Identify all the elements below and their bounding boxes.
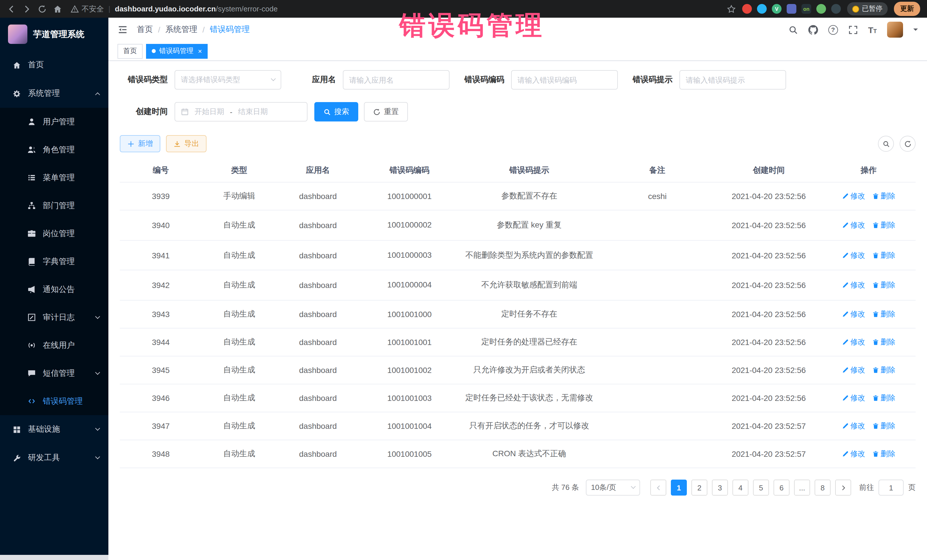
sidebar-item-post[interactable]: 岗位管理	[0, 220, 108, 247]
page-button-2[interactable]: 2	[691, 480, 707, 496]
page-button-5[interactable]: 5	[753, 480, 769, 496]
error-type-select[interactable]: 请选择错误码类型	[175, 70, 281, 90]
edit-link[interactable]: 修改	[842, 449, 865, 459]
fullscreen-icon[interactable]	[848, 25, 858, 35]
cell-code: 1001000004	[359, 270, 460, 300]
code-value: 1001000003	[386, 249, 433, 261]
extension-green-icon[interactable]	[816, 4, 826, 14]
bookmark-star-icon[interactable]	[727, 4, 736, 14]
sidebar-item-dict[interactable]: 字典管理	[0, 247, 108, 275]
chevron-down-icon	[631, 484, 636, 489]
avatar-caret-icon[interactable]	[913, 29, 918, 33]
delete-link[interactable]: 删除	[872, 365, 895, 375]
sidebar-item-audit[interactable]: 审计日志	[0, 304, 108, 331]
extension-on-icon[interactable]: on	[801, 4, 811, 14]
extension-vue-icon[interactable]: V	[772, 4, 781, 14]
error-hint-input[interactable]	[679, 70, 786, 90]
paused-badge[interactable]: 已暂停	[847, 2, 887, 15]
add-button[interactable]: 新增	[120, 135, 160, 152]
cell-type: 自动生成	[202, 356, 277, 384]
url-bar[interactable]: 不安全 | dashboard.yudao.iocoder.cn/system/…	[71, 4, 278, 14]
extension-paw-icon[interactable]	[831, 4, 841, 14]
end-date-placeholder[interactable]: 结束日期	[238, 107, 268, 117]
sidebar-item-menu[interactable]: 菜单管理	[0, 164, 108, 191]
user-avatar[interactable]	[887, 22, 903, 38]
sidebar-logo[interactable]: 芋道管理系统	[0, 18, 108, 51]
page-button-6[interactable]: 6	[774, 480, 790, 496]
sidebar-item-dept[interactable]: 部门管理	[0, 191, 108, 220]
sidebar-item-infra[interactable]: 基础设施	[0, 415, 108, 444]
delete-link[interactable]: 删除	[872, 337, 895, 347]
page-button-4[interactable]: 4	[732, 480, 748, 496]
page-button-1[interactable]: 1	[671, 480, 687, 496]
help-icon[interactable]: ?	[828, 25, 838, 35]
tab-close-icon[interactable]: ×	[198, 48, 202, 55]
edit-link[interactable]: 修改	[842, 337, 865, 347]
hamburger-icon[interactable]	[117, 24, 128, 35]
sidebar-item-user[interactable]: 用户管理	[0, 108, 108, 136]
search-icon[interactable]	[788, 25, 798, 35]
reset-button[interactable]: 重置	[364, 102, 408, 121]
delete-link[interactable]: 删除	[872, 309, 895, 319]
sidebar-item-online[interactable]: 在线用户	[0, 331, 108, 359]
update-button[interactable]: 更新	[894, 2, 920, 16]
edit-link[interactable]: 修改	[842, 280, 865, 290]
delete-link[interactable]: 删除	[872, 393, 895, 403]
cell-hint: 只有开启状态的任务，才可以修改	[459, 412, 599, 440]
extension-blue-icon[interactable]	[757, 4, 767, 14]
breadcrumb-item[interactable]: 首页	[137, 24, 153, 35]
delete-link[interactable]: 删除	[872, 280, 895, 290]
sidebar-item-role[interactable]: 角色管理	[0, 136, 108, 164]
delete-link[interactable]: 删除	[872, 421, 895, 431]
font-size-icon[interactable]: TT	[868, 25, 877, 34]
search-button[interactable]: 搜索	[314, 102, 358, 121]
error-code-input[interactable]	[511, 70, 618, 90]
edit-link[interactable]: 修改	[842, 250, 865, 260]
page-ellipsis[interactable]: ...	[794, 480, 810, 496]
cell-time: 2021-04-20 23:52:56	[716, 300, 822, 328]
extension-grid-icon[interactable]	[787, 4, 796, 14]
security-indicator[interactable]: 不安全	[71, 4, 104, 14]
app-name-input[interactable]	[343, 70, 450, 90]
sidebar-item-home[interactable]: 首页	[0, 51, 108, 79]
date-range-picker[interactable]: 开始日期 - 结束日期	[175, 102, 307, 121]
reload-icon[interactable]	[38, 4, 47, 14]
next-page-button[interactable]	[835, 480, 851, 496]
edit-link[interactable]: 修改	[842, 393, 865, 403]
forward-icon[interactable]	[22, 4, 31, 14]
delete-link[interactable]: 删除	[872, 449, 895, 459]
prev-page-button[interactable]	[650, 480, 666, 496]
sidebar-item-devtools[interactable]: 研发工具	[0, 444, 108, 472]
refresh-button[interactable]	[900, 136, 916, 152]
toggle-search-button[interactable]	[878, 136, 894, 152]
edit-link[interactable]: 修改	[842, 220, 865, 231]
export-button[interactable]: 导出	[166, 135, 207, 152]
edit-label: 修改	[850, 365, 865, 375]
github-icon[interactable]	[808, 25, 818, 35]
sidebar-item-notice[interactable]: 通知公告	[0, 275, 108, 304]
tab-首页[interactable]: 首页	[117, 44, 143, 58]
home-button-icon[interactable]	[53, 4, 62, 14]
edit-link[interactable]: 修改	[842, 309, 865, 319]
edit-link[interactable]: 修改	[842, 365, 865, 375]
page-button-3[interactable]: 3	[712, 480, 728, 496]
edit-link[interactable]: 修改	[842, 191, 865, 201]
edit-link[interactable]: 修改	[842, 421, 865, 431]
delete-label: 删除	[880, 337, 895, 347]
delete-link[interactable]: 删除	[872, 191, 895, 201]
page-button-8[interactable]: 8	[815, 480, 831, 496]
goto-page-input[interactable]	[878, 480, 904, 496]
delete-link[interactable]: 删除	[872, 250, 895, 260]
page-size-select[interactable]: 10条/页	[586, 480, 640, 496]
delete-link[interactable]: 删除	[872, 220, 895, 231]
sidebar-item-errorcode[interactable]: 错误码管理	[0, 387, 108, 415]
breadcrumb-item[interactable]: 系统管理	[166, 24, 198, 35]
start-date-placeholder[interactable]: 开始日期	[195, 107, 224, 117]
sidebar-item-sms[interactable]: 短信管理	[0, 359, 108, 387]
back-icon[interactable]	[7, 4, 16, 14]
tab-错误码管理[interactable]: 错误码管理×	[146, 44, 208, 58]
extension-red-icon[interactable]	[742, 4, 752, 14]
cell-type: 自动生成	[202, 300, 277, 328]
sidebar-item-system[interactable]: 系统管理	[0, 79, 108, 108]
delete-trash-icon	[872, 339, 879, 346]
